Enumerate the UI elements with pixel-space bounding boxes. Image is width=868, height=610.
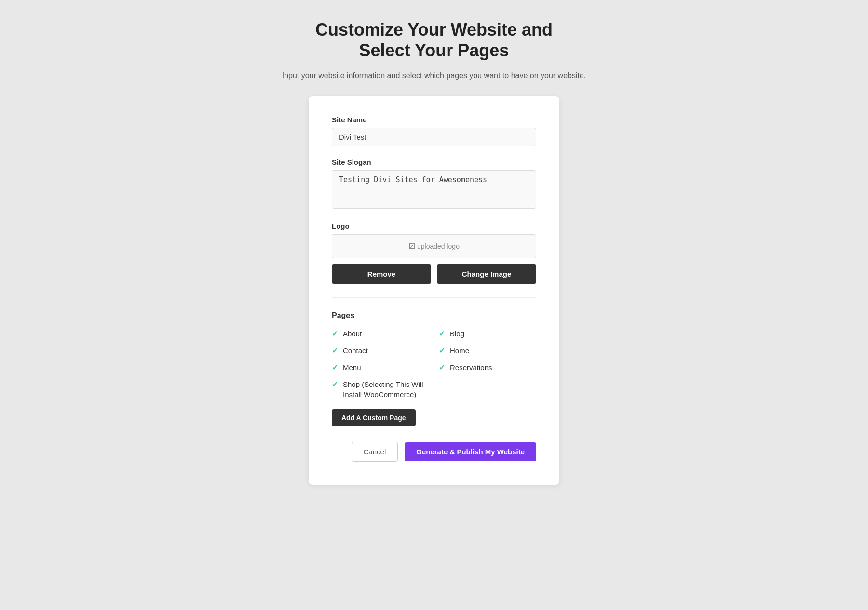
page-label-menu: Menu xyxy=(343,362,361,372)
page-item-blog: ✓ Blog xyxy=(439,329,536,339)
page-title: Customize Your Website and Select Your P… xyxy=(282,19,586,61)
page-label-blog: Blog xyxy=(450,329,464,339)
logo-preview: 🖼 uploaded logo xyxy=(332,234,536,258)
check-icon-about: ✓ xyxy=(332,329,338,338)
form-card: Site Name Site Slogan Logo 🖼 uploaded lo… xyxy=(309,96,559,485)
form-actions: Cancel Generate & Publish My Website xyxy=(332,442,536,462)
page-label-about: About xyxy=(343,329,362,339)
site-name-label: Site Name xyxy=(332,116,536,124)
check-icon-shop: ✓ xyxy=(332,380,338,389)
generate-button[interactable]: Generate & Publish My Website xyxy=(405,442,536,461)
check-icon-contact: ✓ xyxy=(332,346,338,355)
check-icon-reservations: ✓ xyxy=(439,363,445,372)
check-icon-blog: ✓ xyxy=(439,329,445,338)
page-item-menu: ✓ Menu xyxy=(332,362,429,372)
pages-grid: ✓ About ✓ Blog ✓ Contact ✓ Home ✓ Menu xyxy=(332,329,536,399)
page-item-contact: ✓ Contact xyxy=(332,345,429,356)
page-item-home: ✓ Home xyxy=(439,345,536,356)
page-subtitle: Input your website information and selec… xyxy=(282,69,586,82)
logo-preview-text: 🖼 uploaded logo xyxy=(408,242,460,250)
site-name-input[interactable] xyxy=(332,128,536,146)
logo-group: Logo 🖼 uploaded logo Remove Change Image xyxy=(332,222,536,284)
logo-label: Logo xyxy=(332,222,536,230)
page-label-shop: Shop (Selecting This Will Install WooCom… xyxy=(343,379,429,399)
cancel-button[interactable]: Cancel xyxy=(352,442,398,462)
page-item-shop: ✓ Shop (Selecting This Will Install WooC… xyxy=(332,379,429,399)
remove-button[interactable]: Remove xyxy=(332,264,431,284)
check-icon-menu: ✓ xyxy=(332,363,338,372)
page-item-reservations: ✓ Reservations xyxy=(439,362,536,372)
site-name-group: Site Name xyxy=(332,116,536,146)
pages-label: Pages xyxy=(332,311,536,320)
site-slogan-group: Site Slogan xyxy=(332,158,536,211)
page-item-about: ✓ About xyxy=(332,329,429,339)
change-image-button[interactable]: Change Image xyxy=(437,264,536,284)
divider xyxy=(332,297,536,298)
page-label-reservations: Reservations xyxy=(450,362,492,372)
page-header: Customize Your Website and Select Your P… xyxy=(282,19,586,82)
site-slogan-input[interactable] xyxy=(332,170,536,209)
page-label-contact: Contact xyxy=(343,345,368,356)
site-slogan-label: Site Slogan xyxy=(332,158,536,166)
logo-buttons: Remove Change Image xyxy=(332,264,536,284)
add-custom-page-button[interactable]: Add A Custom Page xyxy=(332,409,416,426)
page-label-home: Home xyxy=(450,345,469,356)
pages-section: Pages ✓ About ✓ Blog ✓ Contact ✓ Home xyxy=(332,311,536,442)
check-icon-home: ✓ xyxy=(439,346,445,355)
